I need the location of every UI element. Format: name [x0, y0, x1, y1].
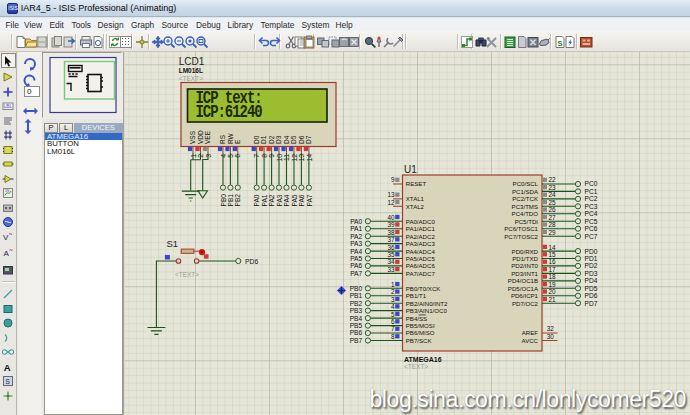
svg-text:PB5: PB5 — [350, 322, 363, 329]
svg-text:S1: S1 — [167, 238, 179, 249]
svg-text:PD4: PD4 — [585, 277, 598, 284]
svg-text:PA5/ADC5: PA5/ADC5 — [406, 255, 436, 262]
svg-text:PB2/AIN0/INT2: PB2/AIN0/INT2 — [406, 300, 448, 307]
svg-text:32: 32 — [547, 325, 555, 332]
svg-text:PB1: PB1 — [227, 194, 234, 207]
svg-text:27: 27 — [549, 214, 557, 221]
svg-text:LBL: LBL — [4, 104, 13, 109]
svg-text:PA7: PA7 — [350, 270, 362, 277]
svg-text:PA0/ADC0: PA0/ADC0 — [406, 218, 436, 225]
svg-text:PB7: PB7 — [350, 337, 363, 344]
svg-text:PC5/TDI: PC5/TDI — [515, 218, 539, 225]
svg-text:PA1: PA1 — [350, 225, 362, 232]
svg-text:PC6: PC6 — [585, 225, 598, 232]
svg-text:PA6/ADC6: PA6/ADC6 — [406, 262, 436, 269]
svg-text:RESET: RESET — [406, 180, 427, 187]
svg-text:22: 22 — [549, 176, 557, 183]
svg-text:PA4: PA4 — [283, 194, 290, 206]
svg-text:LCD1: LCD1 — [179, 56, 205, 67]
svg-text:PB6/MISO: PB6/MISO — [406, 329, 435, 336]
svg-text:17: 17 — [549, 266, 557, 273]
svg-text:PD0: PD0 — [585, 248, 598, 255]
svg-text:PD6: PD6 — [245, 258, 258, 265]
svg-text:PA3: PA3 — [276, 194, 283, 206]
svg-text:PD6/ICP1: PD6/ICP1 — [511, 292, 539, 299]
svg-text:PB4/SS: PB4/SS — [406, 315, 427, 322]
svg-text:PA0: PA0 — [253, 194, 260, 206]
svg-text:PA2/ADC2: PA2/ADC2 — [406, 233, 436, 240]
svg-text:PC2: PC2 — [585, 195, 598, 202]
svg-text:ATMEGA16: ATMEGA16 — [404, 356, 442, 363]
svg-text:PA7: PA7 — [306, 194, 313, 206]
svg-text:PB0: PB0 — [350, 285, 363, 292]
svg-text:AVCC: AVCC — [522, 337, 539, 344]
svg-text:PC1/SDA: PC1/SDA — [512, 188, 539, 195]
svg-text:PA4: PA4 — [350, 248, 362, 255]
svg-text:<TEXT>: <TEXT> — [179, 75, 203, 82]
svg-text:PC7/TOSC2: PC7/TOSC2 — [504, 233, 538, 240]
svg-text:6: 6 — [391, 318, 395, 325]
svg-text:PC5: PC5 — [585, 218, 598, 225]
svg-text:PB0: PB0 — [220, 194, 227, 207]
svg-text:PD7/OC2: PD7/OC2 — [512, 300, 539, 307]
svg-text:PC2/TCK: PC2/TCK — [512, 195, 538, 202]
svg-text:RW: RW — [227, 132, 234, 144]
svg-text:9: 9 — [391, 176, 395, 183]
svg-text:PC6/TOSC1: PC6/TOSC1 — [504, 225, 538, 232]
svg-text:19: 19 — [549, 281, 557, 288]
svg-text:PC4/TDO: PC4/TDO — [512, 210, 539, 217]
svg-text:8: 8 — [391, 333, 395, 340]
svg-text:37: 37 — [387, 236, 395, 243]
svg-text:PB6: PB6 — [350, 329, 363, 336]
svg-text:PD1: PD1 — [585, 255, 598, 262]
svg-text:PB2: PB2 — [234, 194, 241, 207]
svg-text:PC0/SCL: PC0/SCL — [513, 180, 539, 187]
svg-text:D4: D4 — [283, 135, 290, 144]
svg-text:D5: D5 — [290, 135, 297, 144]
svg-text:PA5: PA5 — [291, 194, 298, 206]
svg-text:D0: D0 — [253, 135, 260, 144]
svg-text:7: 7 — [391, 325, 395, 332]
svg-text:PA2: PA2 — [268, 194, 275, 206]
svg-text:26: 26 — [549, 206, 557, 213]
svg-text:33: 33 — [387, 266, 395, 273]
svg-text:24: 24 — [549, 191, 557, 198]
svg-text:15: 15 — [549, 251, 557, 258]
svg-text:PA6: PA6 — [298, 194, 305, 206]
svg-text:PC1: PC1 — [585, 188, 598, 195]
svg-text:PC7: PC7 — [585, 233, 598, 240]
svg-text:AREF: AREF — [522, 329, 539, 336]
svg-text:VDD: VDD — [197, 130, 204, 144]
svg-text:5: 5 — [391, 311, 395, 318]
svg-text:XTAL1: XTAL1 — [406, 195, 425, 202]
svg-text:29: 29 — [549, 229, 557, 236]
svg-text:A: A — [4, 362, 11, 373]
svg-text:PA5: PA5 — [350, 255, 362, 262]
svg-text:35: 35 — [387, 251, 395, 258]
svg-text:PA3/ADC3: PA3/ADC3 — [406, 240, 436, 247]
svg-text:D7: D7 — [305, 135, 312, 144]
svg-text:20: 20 — [549, 288, 557, 295]
svg-text:PB5/MOSI: PB5/MOSI — [406, 322, 435, 329]
svg-text:PA4/ADC4: PA4/ADC4 — [406, 248, 436, 255]
svg-text:PA6: PA6 — [350, 262, 362, 269]
svg-text:PD6: PD6 — [585, 292, 598, 299]
svg-text:21: 21 — [549, 296, 557, 303]
svg-text:D1: D1 — [260, 135, 267, 144]
svg-text:13: 13 — [387, 191, 395, 198]
svg-text:PB1/T1: PB1/T1 — [406, 292, 427, 299]
svg-text:38: 38 — [387, 229, 395, 236]
svg-text:PD2: PD2 — [585, 262, 598, 269]
svg-text:D2: D2 — [268, 135, 275, 144]
svg-text:E: E — [234, 139, 241, 144]
svg-text:PA3: PA3 — [350, 240, 362, 247]
svg-text:PC3/TMS: PC3/TMS — [512, 203, 538, 210]
svg-text:PB0/T0/XCK: PB0/T0/XCK — [406, 285, 441, 292]
svg-text:XTAL2: XTAL2 — [406, 203, 425, 210]
svg-text:PD3/INT1: PD3/INT1 — [511, 270, 538, 277]
svg-text:PD4/OC1B: PD4/OC1B — [508, 277, 538, 284]
svg-text:PC3: PC3 — [585, 203, 598, 210]
svg-text:PB7/SCK: PB7/SCK — [406, 337, 432, 344]
svg-text:3: 3 — [391, 296, 395, 303]
svg-text:S: S — [5, 378, 10, 385]
